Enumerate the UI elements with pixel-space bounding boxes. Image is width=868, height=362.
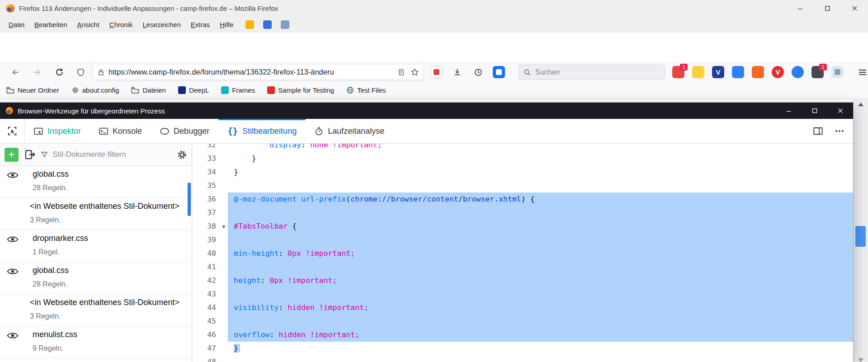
stylesheet-item[interactable]: menulist.css9 Regeln. (0, 326, 192, 358)
code-line[interactable]: } (228, 165, 853, 179)
devtools-close-button[interactable] (827, 103, 853, 119)
forward-button[interactable] (26, 64, 48, 80)
menu-item-chronik[interactable]: Chronik (104, 21, 138, 28)
visibility-eye-icon[interactable] (7, 171, 19, 179)
visibility-eye-icon[interactable] (7, 332, 19, 339)
reload-button[interactable] (48, 64, 70, 80)
deepl-icon (178, 86, 186, 94)
close-button[interactable] (841, 0, 868, 17)
minimize-button[interactable] (787, 0, 814, 17)
visibility-eye-icon[interactable] (7, 268, 19, 275)
line-number: 43 (193, 287, 228, 301)
code-token: : (278, 303, 288, 312)
pick-element-button[interactable] (0, 119, 25, 143)
search-input[interactable] (534, 68, 649, 77)
v-red-extension-icon[interactable]: V (772, 66, 784, 78)
tab-console[interactable]: Konsole (90, 119, 151, 143)
stylesheet-item[interactable]: global.css28 Regeln. (0, 262, 192, 294)
page-scrollbar[interactable] (853, 99, 868, 362)
bookmark-test-files[interactable]: Test Files (346, 86, 386, 94)
code-line[interactable] (228, 287, 853, 301)
stylesheet-filter-input[interactable] (52, 150, 171, 160)
url-bar[interactable]: https://www.camp-firefox.de/forum/thema/… (93, 65, 423, 80)
v-navy-extension-icon[interactable]: V (712, 66, 724, 78)
maximize-button[interactable] (814, 0, 841, 17)
fold-arrow-icon[interactable]: ▼ (222, 220, 225, 234)
translate-extension-icon[interactable] (792, 66, 804, 78)
code-line[interactable]: } (228, 342, 853, 355)
code-line[interactable] (228, 315, 853, 328)
code-line[interactable]: #TabsToolbar { (228, 220, 853, 233)
emoji-extension-icon[interactable] (692, 66, 704, 78)
shopping-extension-icon[interactable]: 1 (672, 66, 684, 78)
code-line[interactable] (228, 233, 853, 247)
visibility-eye-icon[interactable] (7, 235, 19, 243)
tab-performance[interactable]: Laufzeitanalyse (306, 119, 393, 143)
code-line[interactable]: display: none !important; (228, 144, 853, 152)
dark-extension-icon[interactable]: 1 (811, 66, 824, 78)
split-console-button[interactable] (808, 121, 828, 141)
history-clock-button[interactable] (472, 64, 485, 80)
bookmark-label: Dateien (142, 86, 166, 94)
new-stylesheet-button[interactable]: + (5, 148, 19, 162)
url-text[interactable]: https://www.camp-firefox.de/forum/thema/… (108, 68, 398, 76)
code-line[interactable] (228, 260, 853, 274)
devices-addon-icon[interactable] (281, 20, 289, 29)
bookmark-sample-for-testing[interactable]: Sample for Testing (267, 86, 334, 94)
bookmark-deepl[interactable]: DeepL (178, 86, 209, 94)
menu-item-lesezeichen[interactable]: Lesezeichen (138, 21, 186, 28)
code-line[interactable] (228, 179, 853, 193)
menu-item-bearbeiten[interactable]: Bearbeiten (29, 21, 72, 28)
page-tools-extension-icon[interactable] (430, 66, 443, 78)
code-line[interactable]: visibility: hidden !important; (228, 301, 853, 315)
code-line[interactable]: height: 0px !important; (228, 274, 853, 287)
tab-inspector[interactable]: Inspektor (25, 119, 90, 143)
devtools-minimize-button[interactable] (776, 103, 802, 119)
bookmark-label: Test Files (357, 86, 386, 94)
bookmark-label: Sample for Testing (278, 86, 334, 94)
code-line[interactable] (228, 206, 853, 220)
bookmark-frames[interactable]: Frames (221, 86, 255, 94)
bookmark-neuer-ordner[interactable]: Neuer Ordner (6, 86, 59, 94)
scrollbar-thumb[interactable] (855, 226, 866, 247)
stylesheet-item[interactable]: dropmarker.css1 Regel. (0, 230, 192, 262)
reader-mode-icon[interactable] (398, 69, 405, 76)
css-code-editor[interactable]: 32 display: none !important;33 }34}3536@… (193, 144, 853, 362)
code-line[interactable]: min-height: 0px !important; (228, 247, 853, 260)
code-line[interactable]: overflow: hidden !important; (228, 328, 853, 342)
tab-styleeditor[interactable]: {}Stilbearbeitung (218, 119, 306, 143)
bookmark-star-icon[interactable] (411, 68, 419, 76)
import-stylesheet-button[interactable] (24, 149, 35, 160)
menu-item-extras[interactable]: Extras (186, 21, 215, 28)
downloads-button[interactable] (450, 64, 464, 80)
grid-addon-icon[interactable] (263, 20, 272, 29)
menu-item-hilfe[interactable]: Hilfe (215, 21, 238, 28)
tab-debugger[interactable]: Debugger (151, 119, 218, 143)
devtools-maximize-button[interactable] (802, 103, 827, 119)
search-bar[interactable] (519, 65, 665, 80)
stylesheet-item[interactable]: <in Webseite enthaltenes Stil-Dokument>3… (0, 294, 192, 326)
stylesheet-filter[interactable] (41, 150, 171, 160)
style-editor-options-gear-icon[interactable] (177, 150, 187, 160)
stylesheet-rule-count: 1 Regel. (33, 248, 188, 256)
orange-extension-icon[interactable] (752, 66, 764, 78)
devtools-meatball-menu-button[interactable] (830, 121, 849, 141)
blue-extension-icon[interactable] (493, 66, 505, 78)
code-line[interactable] (228, 355, 853, 362)
sidebar-scrollbar-thumb[interactable] (188, 183, 191, 216)
style-editor-panel: + global.css28 Regeln.<in Webseite entha… (0, 144, 853, 362)
tracking-protection-shield-icon[interactable] (70, 64, 91, 80)
stylesheet-item[interactable]: <in Webseite enthaltenes Stil-Dokument>3… (0, 198, 192, 230)
bookmark-about-config[interactable]: about:config (71, 86, 119, 94)
back-button[interactable] (5, 64, 26, 80)
code-line[interactable]: @-moz-document url-prefix(chrome://brows… (228, 193, 853, 206)
bookmark-dateien[interactable]: Dateien (131, 86, 166, 94)
menu-item-datei[interactable]: Datei (4, 21, 29, 28)
stylesheet-item[interactable]: global.css28 Regeln. (0, 166, 192, 198)
menu-item-ansicht[interactable]: Ansicht (72, 21, 104, 28)
app-menu-button[interactable] (854, 64, 868, 80)
screenshot-extension-icon[interactable] (831, 66, 844, 78)
lightning-extension-icon[interactable] (732, 66, 744, 78)
notes-addon-icon[interactable] (245, 20, 254, 29)
code-line[interactable]: } (228, 152, 853, 165)
